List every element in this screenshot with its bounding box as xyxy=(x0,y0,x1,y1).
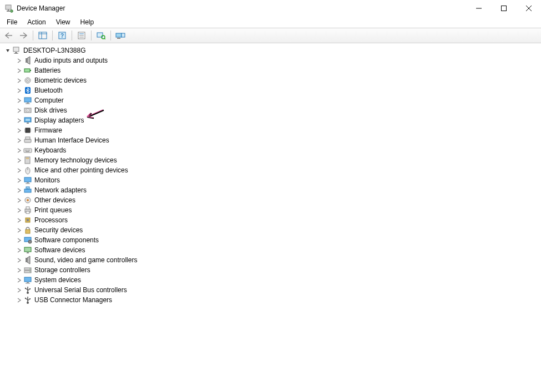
tree-item-label: System devices xyxy=(34,276,81,284)
printer-icon xyxy=(23,206,32,215)
forward-button[interactable] xyxy=(17,29,30,42)
chevron-right-icon[interactable] xyxy=(14,136,23,145)
chevron-right-icon[interactable] xyxy=(14,236,23,245)
tree-item-display[interactable]: Display adapters xyxy=(1,115,540,125)
tree-item-mice[interactable]: Mice and other pointing devices xyxy=(1,165,540,175)
tree-item-usbconn[interactable]: USB Connector Managers xyxy=(1,295,540,305)
menu-help[interactable]: Help xyxy=(76,17,99,27)
tree-item-label: Processors xyxy=(34,216,68,224)
tree-item-memtech[interactable]: Memory technology devices xyxy=(1,155,540,165)
svg-rect-25 xyxy=(14,53,18,54)
fingerprint-icon xyxy=(23,76,32,85)
menu-file[interactable]: File xyxy=(2,17,22,27)
svg-rect-23 xyxy=(13,47,19,52)
tree-item-swcomp[interactable]: Software components xyxy=(1,235,540,245)
help-button[interactable]: ? xyxy=(55,29,69,42)
svg-rect-8 xyxy=(39,32,47,39)
tree-item-label: Print queues xyxy=(34,206,72,214)
svg-point-3 xyxy=(11,10,13,13)
scan-hardware-button[interactable] xyxy=(94,29,108,42)
chevron-right-icon[interactable] xyxy=(14,226,23,235)
tree-item-audio[interactable]: Audio inputs and outputs xyxy=(1,55,540,65)
minimize-button[interactable] xyxy=(466,0,491,17)
chevron-right-icon[interactable] xyxy=(14,276,23,284)
usb-icon xyxy=(23,286,32,294)
chevron-right-icon[interactable] xyxy=(14,216,23,225)
tree-root[interactable]: DESKTOP-L3N388G xyxy=(1,45,540,55)
chevron-right-icon[interactable] xyxy=(14,156,23,165)
tree-item-sound[interactable]: Sound, video and game controllers xyxy=(1,255,540,265)
tree-item-printq[interactable]: Print queues xyxy=(1,205,540,215)
lock-icon xyxy=(23,226,32,235)
tree-item-label: Disk drives xyxy=(34,106,67,114)
menu-action[interactable]: Action xyxy=(23,17,50,27)
swcomp-icon xyxy=(23,236,32,245)
add-legacy-hardware-button[interactable] xyxy=(114,29,127,42)
chevron-right-icon[interactable] xyxy=(14,206,23,215)
chevron-right-icon[interactable] xyxy=(14,266,23,274)
tree-item-system[interactable]: System devices xyxy=(1,275,540,285)
tree-item-label: Memory technology devices xyxy=(34,156,117,164)
tree-item-batteries[interactable]: Batteries xyxy=(1,65,540,75)
chevron-right-icon[interactable] xyxy=(14,246,23,254)
tree-item-bluetooth[interactable]: Bluetooth xyxy=(1,85,540,95)
tree-item-label: USB Connector Managers xyxy=(34,296,112,304)
tree-item-processors[interactable]: Processors xyxy=(1,215,540,225)
app-icon xyxy=(4,4,13,13)
tree-item-swdev[interactable]: Software devices xyxy=(1,245,540,255)
maximize-button[interactable] xyxy=(491,0,516,17)
chevron-right-icon[interactable] xyxy=(14,286,23,294)
tree-item-computer[interactable]: Computer xyxy=(1,95,540,105)
tree-item-label: Other devices xyxy=(34,196,75,204)
chevron-right-icon[interactable] xyxy=(14,106,23,115)
usb-icon xyxy=(23,296,32,304)
chevron-right-icon[interactable] xyxy=(14,66,23,75)
menu-view[interactable]: View xyxy=(52,17,75,27)
tree-item-storage[interactable]: Storage controllers xyxy=(1,265,540,275)
battery-icon xyxy=(23,66,32,75)
keyboard-icon xyxy=(23,146,32,155)
monitor-icon xyxy=(23,96,32,105)
chevron-down-icon[interactable] xyxy=(3,46,12,55)
tree-item-security[interactable]: Security devices xyxy=(1,225,540,235)
tree-item-firmware[interactable]: Firmware xyxy=(1,125,540,135)
tree-item-label: Universal Serial Bus controllers xyxy=(34,286,127,294)
properties-button[interactable] xyxy=(75,29,88,42)
chevron-right-icon[interactable] xyxy=(14,296,23,304)
device-tree[interactable]: DESKTOP-L3N388G Audio inputs and outputs… xyxy=(0,43,541,307)
chevron-right-icon[interactable] xyxy=(14,96,23,105)
chevron-right-icon[interactable] xyxy=(14,196,23,205)
tree-item-biometric[interactable]: Biometric devices xyxy=(1,75,540,85)
svg-rect-0 xyxy=(6,5,11,9)
tree-item-monitors[interactable]: Monitors xyxy=(1,175,540,185)
tree-item-other[interactable]: Other devices xyxy=(1,195,540,205)
menubar: File Action View Help xyxy=(0,17,541,28)
chevron-right-icon[interactable] xyxy=(14,56,23,65)
tree-item-keyboards[interactable]: Keyboards xyxy=(1,145,540,155)
chevron-right-icon[interactable] xyxy=(14,126,23,135)
show-hide-tree-button[interactable] xyxy=(36,29,49,42)
chevron-right-icon[interactable] xyxy=(14,166,23,175)
display-icon xyxy=(23,116,32,125)
chevron-right-icon[interactable] xyxy=(14,116,23,125)
back-button[interactable] xyxy=(2,29,16,42)
svg-rect-24 xyxy=(15,52,17,53)
speaker-icon xyxy=(23,56,32,65)
tree-item-label: Software devices xyxy=(34,246,85,254)
chevron-right-icon[interactable] xyxy=(14,146,23,155)
bluetooth-icon xyxy=(23,86,32,95)
tree-item-label: Mice and other pointing devices xyxy=(34,166,128,174)
computer-icon xyxy=(12,46,21,55)
close-button[interactable] xyxy=(516,0,541,17)
tree-item-network[interactable]: Network adapters xyxy=(1,185,540,195)
chevron-right-icon[interactable] xyxy=(14,76,23,85)
chevron-right-icon[interactable] xyxy=(14,186,23,195)
chevron-right-icon[interactable] xyxy=(14,86,23,95)
chevron-right-icon[interactable] xyxy=(14,256,23,264)
tree-item-diskdrives[interactable]: Disk drives xyxy=(1,105,540,115)
svg-rect-5 xyxy=(501,6,506,11)
tree-item-hid[interactable]: Human Interface Devices xyxy=(1,135,540,145)
chevron-right-icon[interactable] xyxy=(14,176,23,185)
tree-item-label: Firmware xyxy=(34,126,62,134)
tree-item-usb[interactable]: Universal Serial Bus controllers xyxy=(1,285,540,295)
